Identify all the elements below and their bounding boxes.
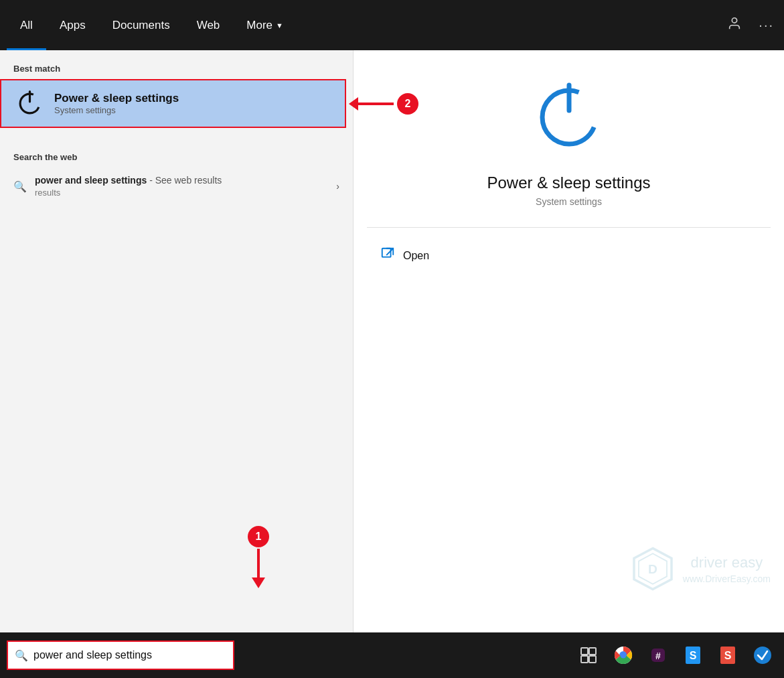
svg-rect-9 <box>581 648 588 655</box>
best-match-subtitle: System settings <box>54 105 179 115</box>
web-search-icon: 🔍 <box>13 180 27 193</box>
step-1-badge: 1 <box>248 526 269 547</box>
svg-point-22 <box>754 647 771 664</box>
taskbar-search-container[interactable]: 🔍 <box>7 640 234 670</box>
step-2-badge: 2 <box>397 93 418 115</box>
watermark-logo: D driver easy www.DriverEasy.com <box>629 545 771 592</box>
search-input[interactable] <box>33 649 226 661</box>
slack-icon[interactable]: # <box>643 640 673 670</box>
web-suffix: - See web results <box>147 175 222 186</box>
open-action[interactable]: Open <box>367 241 771 270</box>
svg-rect-11 <box>581 656 588 663</box>
best-match-item[interactable]: Power & sleep settings System settings <box>0 79 346 128</box>
chevron-right-icon: › <box>336 181 339 192</box>
svg-text:S: S <box>724 650 732 661</box>
left-panel: Best match Power & sleep settings System… <box>0 50 353 632</box>
power-icon-small <box>15 88 45 119</box>
svg-rect-12 <box>589 656 596 663</box>
svg-rect-10 <box>589 648 596 655</box>
main-content: Best match Power & sleep settings System… <box>0 50 784 632</box>
right-app-title: Power & sleep settings <box>487 174 650 192</box>
web-section-label: Search the web <box>0 152 353 162</box>
right-app-subtitle: System settings <box>536 196 602 207</box>
wps-spreadsheet-icon[interactable]: S <box>713 640 742 670</box>
open-icon <box>380 247 395 265</box>
task-view-icon[interactable] <box>574 640 603 670</box>
more-options-icon[interactable]: ··· <box>755 14 777 36</box>
watermark-hex-icon: D <box>629 545 676 592</box>
watermark: D driver easy www.DriverEasy.com <box>629 545 771 592</box>
watermark-url: www.DriverEasy.com <box>683 573 771 584</box>
taskbar-icons: # S S <box>574 640 777 670</box>
panel-divider <box>367 227 771 228</box>
web-results-sub: results <box>35 188 60 198</box>
svg-text:D: D <box>648 562 657 576</box>
tab-documents[interactable]: Documents <box>99 0 183 50</box>
tab-more[interactable]: More ▼ <box>233 0 297 50</box>
web-search-item[interactable]: 🔍 power and sleep settings - See web res… <box>0 167 353 205</box>
tab-all[interactable]: All <box>7 0 46 50</box>
person-icon[interactable] <box>724 13 745 38</box>
tab-apps[interactable]: Apps <box>46 0 99 50</box>
web-search-section: Search the web 🔍 power and sleep setting… <box>0 141 353 205</box>
right-panel: Power & sleep settings System settings O… <box>353 50 784 632</box>
best-match-label: Best match <box>0 64 353 74</box>
taskbar: 🔍 <box>0 632 784 678</box>
watermark-brand: driver easy <box>683 553 771 573</box>
best-match-wrapper: Power & sleep settings System settings 2 <box>0 79 353 128</box>
chrome-icon[interactable] <box>609 640 638 670</box>
top-nav: All Apps Documents Web More ▼ ··· <box>0 0 784 50</box>
taskbar-search-icon: 🔍 <box>15 649 28 662</box>
svg-text:S: S <box>690 650 697 661</box>
svg-text:#: # <box>655 651 661 661</box>
open-label: Open <box>403 250 429 262</box>
best-match-text-group: Power & sleep settings System settings <box>54 92 179 115</box>
web-query: power and sleep settings <box>35 175 147 186</box>
best-match-title: Power & sleep settings <box>54 92 179 105</box>
svg-point-0 <box>732 18 737 23</box>
wps-writer-icon[interactable]: S <box>678 640 708 670</box>
chevron-down-icon: ▼ <box>276 21 283 29</box>
nav-right-icons: ··· <box>724 13 777 38</box>
web-search-text: power and sleep settings - See web resul… <box>35 174 222 198</box>
svg-point-15 <box>621 653 627 659</box>
tab-web[interactable]: Web <box>183 0 234 50</box>
blue-app-icon[interactable] <box>748 640 777 670</box>
step-1-annotation: 1 <box>248 526 269 579</box>
power-icon-large <box>529 77 609 157</box>
